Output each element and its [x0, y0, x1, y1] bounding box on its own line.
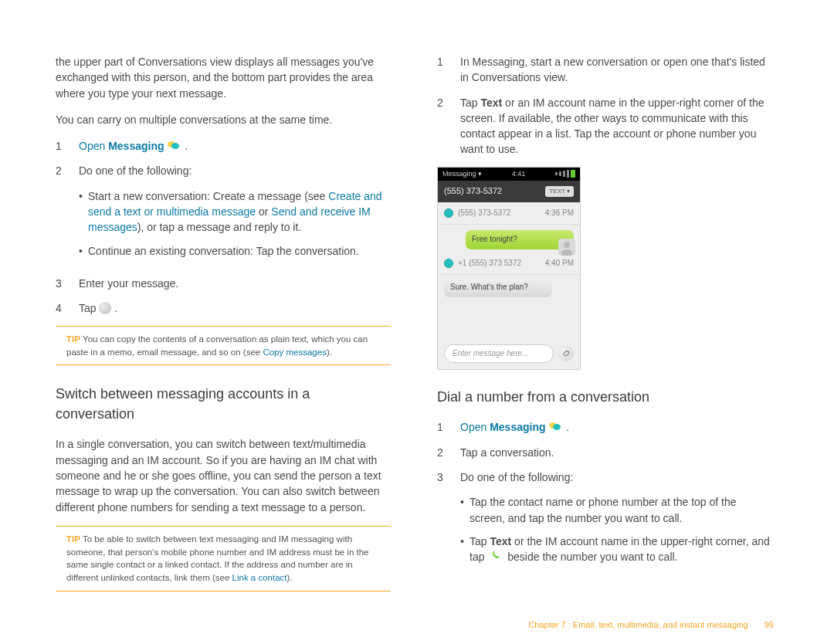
tip-box: TIP You can copy the contents of a conve…: [56, 326, 391, 366]
tip-label: TIP: [66, 334, 80, 344]
step-number: 2: [437, 95, 460, 110]
im-presence-icon: [444, 208, 453, 218]
intro-paragraph-2: You can carry on multiple conversations …: [56, 112, 391, 127]
tip-text: ).: [287, 573, 293, 582]
step-text: Tap: [79, 302, 99, 314]
step-number: 4: [56, 300, 79, 316]
link-contact-link[interactable]: Link a contact: [232, 573, 287, 582]
section-heading-dial-number: Dial a number from a conversation: [437, 387, 772, 407]
chevron-down-icon: ▾: [567, 188, 570, 195]
step-period: .: [185, 140, 188, 152]
row-time: 4:36 PM: [545, 208, 574, 219]
step-number: 2: [437, 445, 460, 460]
sub-bullet-item: Start a new conversation: Create a messa…: [79, 188, 391, 236]
conversation-header: (555) 373-5372 TEXT ▾: [438, 181, 580, 202]
step-number: 2: [56, 163, 79, 178]
sub-bullet-item: Tap Text or the IM account name in the u…: [460, 534, 772, 565]
status-app-name: Messaging ▾: [442, 169, 482, 179]
step-number: 1: [437, 419, 460, 435]
incoming-message: Sure. What's the plan?: [444, 278, 552, 297]
conversation-title: (555) 373-5372: [444, 185, 502, 198]
step-text: Tap a conversation.: [460, 445, 772, 460]
open-link[interactable]: Open: [79, 140, 105, 152]
text-bold: Text: [480, 97, 502, 109]
step-text-period: .: [114, 302, 117, 314]
message-input-bar: Enter message here...: [438, 338, 580, 370]
tip-text: ).: [327, 347, 332, 357]
open-link[interactable]: Open: [460, 421, 486, 433]
tip-box: TIP To be able to switch between text me…: [56, 526, 391, 591]
intro-paragraph-1: the upper part of Conversations view dis…: [56, 54, 391, 101]
chevron-down-icon: ▾: [478, 170, 482, 178]
section-heading-switch-accounts: Switch between messaging accounts in a c…: [56, 384, 391, 424]
step-number: 3: [56, 276, 79, 291]
step-text: Enter your message.: [79, 276, 391, 291]
attach-icon: [558, 346, 574, 361]
step-number: 1: [56, 138, 79, 154]
right-column: 1 In Messaging, start a new conversation…: [437, 54, 772, 610]
svg-point-3: [561, 249, 572, 256]
tip-label: TIP: [66, 534, 80, 544]
phone-icon: [490, 549, 501, 560]
outgoing-message: Free tonight?: [466, 230, 574, 249]
im-presence-icon: [444, 259, 453, 268]
step-number: 1: [437, 54, 460, 69]
step-text: Do one of the following:: [79, 164, 192, 177]
procedure-steps: 1 Open Messaging . 2 Tap a conversation.…: [437, 419, 772, 572]
tip-text: To be able to switch between text messag…: [66, 534, 369, 582]
page-footer: Chapter 7 : Email, text, multimedia, and…: [528, 619, 774, 632]
step-number: 3: [437, 469, 460, 485]
status-time: 4:41: [512, 169, 526, 179]
sub-bullet-item: Continue an existing conversation: Tap t…: [79, 243, 391, 259]
step-text: Tap: [460, 97, 480, 109]
page-number: 99: [764, 620, 774, 629]
row-time: 4:40 PM: [545, 258, 574, 269]
row-number: +1 (555) 373 5372: [458, 258, 521, 269]
messaging-link[interactable]: Messaging: [490, 421, 545, 433]
step-period: .: [566, 421, 569, 433]
svg-point-5: [553, 424, 561, 430]
status-bar: Messaging ▾ 4:41: [438, 168, 580, 181]
left-column: the upper part of Conversations view dis…: [56, 54, 391, 610]
copy-messages-link[interactable]: Copy messages: [263, 347, 326, 357]
row-number: (555) 373-5372: [458, 208, 510, 219]
procedure-steps: 1 Open Messaging . 2 Do one of the follo…: [56, 138, 391, 316]
step-text: or an IM account name in the upper-right…: [460, 97, 764, 156]
procedure-steps: 1 In Messaging, start a new conversation…: [437, 54, 772, 158]
status-signal-icon: [555, 170, 575, 178]
text-bold: Text: [490, 535, 511, 547]
messaging-link[interactable]: Messaging: [108, 140, 164, 152]
messaging-icon: [168, 138, 179, 147]
step-text: Do one of the following:: [460, 471, 573, 483]
svg-point-2: [564, 242, 570, 248]
sub-bullet-item: Tap the contact name or phone number at …: [460, 494, 772, 526]
message-input-field: Enter message here...: [444, 344, 554, 364]
messaging-icon: [549, 419, 561, 429]
step-text: In Messaging, start a new conversation o…: [460, 54, 772, 86]
svg-point-1: [171, 143, 179, 149]
text-account-badge: TEXT ▾: [545, 186, 574, 197]
section-paragraph: In a single conversation, you can switch…: [56, 436, 391, 514]
chapter-label: Chapter 7 : Email, text, multimedia, and…: [528, 620, 748, 629]
conversation-row: +1 (555) 373 5372 4:40 PM: [438, 253, 580, 276]
contact-avatar: [558, 239, 575, 256]
send-icon: [99, 302, 111, 314]
phone-screenshot: Messaging ▾ 4:41 (555) 373-5372 TEXT ▾ (…: [437, 167, 581, 370]
conversation-row: (555) 373-5372 4:36 PM: [438, 202, 580, 225]
